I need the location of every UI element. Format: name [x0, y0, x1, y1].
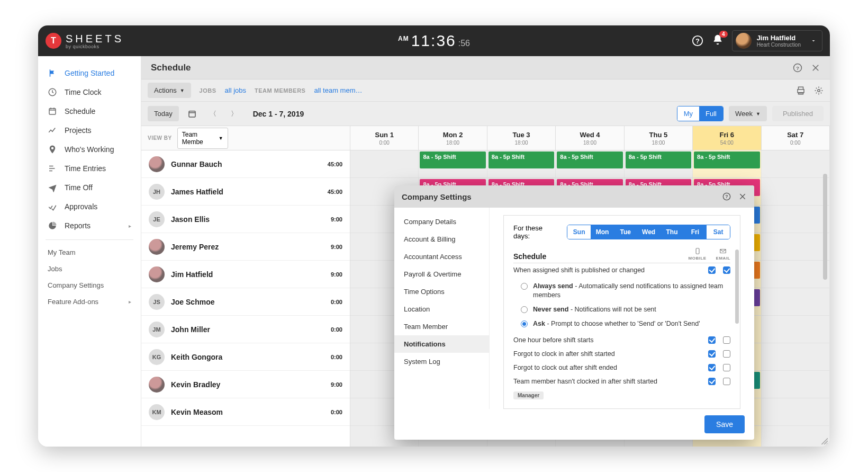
settings-tab-time-options[interactable]: Time Options: [394, 283, 489, 300]
nav-time-off[interactable]: Time Off: [38, 178, 141, 197]
actions-button[interactable]: Actions▼: [148, 83, 191, 98]
settings-tab-system-log[interactable]: System Log: [394, 353, 489, 370]
settings-tab-team-member[interactable]: Team Member: [394, 318, 489, 335]
calendar-picker[interactable]: [184, 106, 200, 122]
schedule-cell[interactable]: [350, 150, 418, 178]
help-icon[interactable]: ?: [793, 63, 802, 73]
schedule-cell[interactable]: [762, 343, 829, 371]
schedule-cell[interactable]: 8a - 5p Shift: [693, 150, 761, 178]
shift-chip[interactable]: 8a - 5p Shift: [489, 152, 554, 168]
nav-company-settings[interactable]: Company Settings: [38, 277, 141, 293]
schedule-cell[interactable]: 8a - 5p Shift: [556, 150, 623, 178]
schedule-cell[interactable]: [762, 150, 829, 178]
checkbox-mobile[interactable]: [708, 336, 716, 344]
close-icon[interactable]: [811, 63, 820, 73]
user-menu[interactable]: Jim Hatfield Heart Construction: [732, 30, 822, 51]
published-button[interactable]: Published: [772, 106, 824, 121]
print-icon[interactable]: [796, 86, 806, 95]
radio-always-send[interactable]: Always send - Automatically send notific…: [521, 279, 730, 302]
next-button[interactable]: 〉: [227, 106, 242, 122]
schedule-cell[interactable]: [762, 371, 829, 398]
nav-time-clock[interactable]: Time Clock: [38, 83, 141, 102]
checkbox-email[interactable]: [723, 364, 730, 371]
schedule-cell[interactable]: 8a - 5p Shift: [487, 150, 555, 178]
nav-time-entries[interactable]: Time Entries: [38, 159, 141, 178]
member-row[interactable]: JMJohn Miller0:00: [141, 316, 350, 343]
notifications-button[interactable]: 4: [712, 34, 724, 48]
nav-my-team[interactable]: My Team: [38, 244, 141, 261]
schedule-cell[interactable]: [762, 178, 829, 206]
save-button[interactable]: Save: [704, 415, 745, 433]
prev-button[interactable]: 〈: [205, 106, 221, 122]
nav-whos-working[interactable]: Who's Working: [38, 140, 141, 159]
checkbox-email[interactable]: [723, 350, 730, 358]
vertical-scrollbar[interactable]: [822, 126, 828, 447]
shift-chip[interactable]: 8a - 5p Shift: [626, 152, 691, 168]
schedule-cell[interactable]: [762, 398, 829, 426]
day-toggle-wed[interactable]: Wed: [637, 225, 661, 239]
resize-handle[interactable]: [820, 437, 828, 444]
member-row[interactable]: JSJoe Schmoe0:00: [141, 288, 350, 316]
day-toggle-sat[interactable]: Sat: [707, 225, 730, 239]
schedule-cell[interactable]: [762, 288, 829, 316]
day-toggle-thu[interactable]: Thu: [661, 225, 684, 239]
schedule-cell[interactable]: 8a - 5p Shift: [625, 150, 692, 178]
schedule-cell[interactable]: [762, 233, 829, 261]
day-toggle-fri[interactable]: Fri: [683, 225, 707, 239]
member-row[interactable]: Kevin Bradley9:00: [141, 371, 350, 398]
nav-reports[interactable]: Reports▸: [38, 216, 141, 235]
settings-tab-account-billing[interactable]: Account & Billing: [394, 230, 489, 248]
panel-scrollbar[interactable]: [735, 218, 739, 406]
checkbox-mobile[interactable]: [708, 364, 716, 371]
nav-jobs[interactable]: Jobs: [38, 261, 141, 277]
schedule-cell[interactable]: [762, 206, 829, 233]
nav-schedule[interactable]: Schedule: [38, 102, 141, 121]
schedule-cell[interactable]: [762, 261, 829, 288]
nav-getting-started[interactable]: Getting Started: [38, 64, 141, 83]
shift-chip[interactable]: 8a - 5p Shift: [694, 152, 760, 168]
nav-projects[interactable]: Projects: [38, 121, 141, 140]
gear-icon[interactable]: [814, 86, 824, 95]
seg-full[interactable]: Full: [699, 106, 723, 121]
shift-chip[interactable]: 8a - 5p Shift: [557, 152, 622, 168]
view-dropdown[interactable]: Week▼: [729, 106, 767, 121]
settings-tab-company-details[interactable]: Company Details: [394, 213, 489, 230]
checkbox-mobile[interactable]: [708, 266, 716, 274]
member-row[interactable]: JHJames Hatfield45:00: [141, 178, 350, 206]
member-row[interactable]: Jeremy Perez9:00: [141, 233, 350, 261]
my-full-toggle[interactable]: My Full: [677, 106, 724, 121]
member-row[interactable]: Gunnar Bauch45:00: [141, 150, 350, 178]
today-button[interactable]: Today: [148, 106, 179, 121]
help-icon[interactable]: ?: [722, 192, 731, 201]
days-segment[interactable]: SunMonTueWedThuFriSat: [567, 225, 730, 239]
radio-never-send[interactable]: Never send - Notifications will not be s…: [521, 302, 730, 317]
close-icon[interactable]: [738, 192, 747, 201]
day-toggle-tue[interactable]: Tue: [614, 225, 637, 239]
day-toggle-mon[interactable]: Mon: [591, 225, 614, 239]
checkbox-email[interactable]: [723, 336, 730, 344]
checkbox-email[interactable]: [723, 378, 730, 385]
viewby-select[interactable]: Team Membe▼: [177, 128, 228, 149]
jobs-filter[interactable]: all jobs: [225, 86, 246, 94]
help-icon[interactable]: ?: [692, 35, 703, 47]
radio-ask[interactable]: Ask - Prompt to choose whether to 'Send'…: [521, 317, 730, 331]
seg-my[interactable]: My: [677, 106, 699, 121]
shift-chip[interactable]: 8a - 5p Shift: [420, 152, 485, 168]
nav-approvals[interactable]: Approvals: [38, 197, 141, 216]
settings-tab-location[interactable]: Location: [394, 300, 489, 318]
schedule-cell[interactable]: [762, 316, 829, 343]
settings-tab-payroll-overtime[interactable]: Payroll & Overtime: [394, 265, 489, 283]
checkbox-mobile[interactable]: [708, 378, 716, 385]
member-row[interactable]: KMKevin Measom0:00: [141, 398, 350, 426]
nav-feature-addons[interactable]: Feature Add-ons▸: [38, 293, 141, 310]
schedule-cell[interactable]: 8a - 5p Shift: [419, 150, 486, 178]
member-row[interactable]: Jim Hatfield9:00: [141, 261, 350, 288]
day-toggle-sun[interactable]: Sun: [567, 225, 591, 239]
settings-tab-accountant-access[interactable]: Accountant Access: [394, 248, 489, 265]
member-row[interactable]: KGKeith Gongora0:00: [141, 343, 350, 371]
checkbox-email[interactable]: [723, 266, 730, 274]
team-members-filter[interactable]: all team mem…: [314, 86, 362, 94]
settings-tab-notifications[interactable]: Notifications: [394, 335, 489, 353]
checkbox-mobile[interactable]: [708, 350, 716, 358]
member-row[interactable]: JEJason Ellis9:00: [141, 206, 350, 233]
